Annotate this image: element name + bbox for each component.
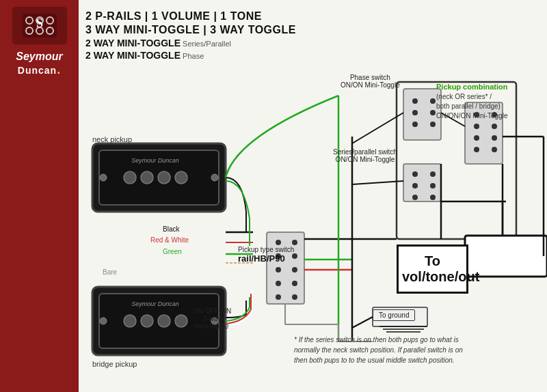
logo-brand: Seymour	[16, 50, 62, 63]
logo-surname-text: Duncan	[18, 65, 57, 76]
svg-point-50	[430, 195, 436, 200]
svg-point-46	[412, 183, 418, 188]
logo-surname: Duncan.	[18, 63, 61, 77]
footnote-line1: * If the series switch is on then both p…	[294, 335, 530, 345]
sp-label-text: Series/parallel switch	[333, 148, 397, 156]
pt-sub-text: rail/HB/P90	[238, 253, 294, 264]
svg-point-47	[412, 195, 418, 200]
green-wire-label: Green	[163, 248, 182, 255]
title-line3-sub: Series/Parallel	[181, 40, 231, 48]
svg-point-23	[100, 318, 107, 324]
black-wire-label: Black	[163, 225, 179, 233]
svg-point-14	[100, 174, 107, 181]
svg-text:Seymour Duncan: Seymour Duncan	[131, 300, 179, 307]
title-line3: 2 WAY MINI-TOGGLE Series/Parallel	[85, 38, 462, 48]
svg-point-38	[412, 98, 418, 104]
combo-sub3: ON/ON/ON Mini-Toggle	[436, 111, 508, 121]
svg-point-58	[492, 135, 497, 141]
svg-point-43	[430, 122, 436, 127]
pickup-combo-label: Pickup combination (neck OR series* / bo…	[436, 82, 508, 121]
sp-sub-text: ON/ON Mini-Toggle	[333, 156, 397, 163]
ground-label: To ground	[373, 309, 415, 321]
footnote: * If the series switch is on then both p…	[294, 335, 530, 365]
red-white-wire-label: Red & White	[150, 236, 189, 244]
title-area: 2 P-RAILS | 1 VOLUME | 1 TONE 3 WAY MINI…	[85, 10, 462, 61]
combo-sub1: (neck OR series* /	[436, 92, 508, 102]
title-line2: 3 WAY MINI-TOGGLE | 3 WAY TOGGLE	[85, 24, 462, 36]
logo-dot: .	[57, 63, 61, 76]
svg-point-49	[430, 183, 436, 188]
svg-line-67	[352, 113, 403, 143]
svg-rect-26	[267, 232, 304, 304]
svg-point-11	[141, 171, 153, 184]
phase-sub-text: ON/ON Mini-Toggle	[341, 81, 400, 89]
svg-line-68	[352, 181, 403, 184]
svg-point-27	[276, 240, 281, 245]
svg-point-12	[158, 171, 170, 184]
logo-brand-text: Seymour	[16, 51, 62, 62]
title-line4-bold: 2 WAY MINI-TOGGLE	[85, 50, 181, 61]
on-off-on-label: ON-OFF-ON 3-way mini-toggle	[188, 307, 236, 330]
svg-point-19	[124, 315, 136, 327]
on-off-label-text: ON-OFF-ON	[188, 307, 236, 315]
bare-wire-label: Bare	[103, 268, 117, 276]
bridge-pickup-label: bridge pickup	[92, 360, 137, 368]
svg-point-53	[474, 124, 479, 129]
svg-point-13	[175, 171, 187, 184]
svg-point-45	[412, 171, 418, 177]
title-line1: 2 P-RAILS | 1 VOLUME | 1 TONE	[85, 10, 462, 23]
svg-rect-9	[99, 150, 219, 205]
svg-point-57	[492, 124, 497, 129]
svg-point-30	[276, 281, 281, 286]
on-off-sub2: mini-toggle	[188, 322, 236, 330]
logo-panel: S Seymour Duncan.	[0, 0, 79, 392]
title-line4: 2 WAY MINI-TOGGLE Phase	[85, 50, 462, 61]
svg-point-15	[211, 174, 218, 181]
svg-point-55	[474, 147, 479, 152]
neck-pickup-label: neck pickup	[92, 135, 132, 143]
svg-point-20	[141, 315, 153, 327]
output-label: To vol/tone/out	[397, 244, 468, 294]
svg-point-35	[292, 281, 297, 286]
footnote-line3: then both pups to to the usual middle sw…	[294, 355, 530, 365]
svg-point-48	[430, 171, 436, 177]
svg-point-22	[175, 315, 187, 327]
svg-rect-8	[92, 143, 226, 212]
svg-point-36	[292, 294, 297, 300]
svg-point-39	[412, 110, 418, 115]
svg-point-54	[474, 135, 479, 141]
svg-text:S: S	[36, 16, 42, 30]
svg-point-59	[492, 147, 497, 152]
on-off-sub1: 3-way	[188, 315, 236, 322]
svg-text:Seymour Duncan: Seymour Duncan	[131, 157, 179, 164]
footnote-line2: normally the neck switch position. If pa…	[294, 345, 530, 355]
svg-point-40	[412, 122, 418, 127]
title-line4-sub: Phase	[181, 52, 204, 60]
title-line3-bold: 2 WAY MINI-TOGGLE	[85, 38, 181, 48]
svg-point-32	[292, 240, 297, 245]
series-parallel-label: Series/parallel switch ON/ON Mini-Toggle	[333, 148, 397, 163]
svg-point-29	[276, 267, 281, 272]
svg-point-10	[124, 171, 136, 184]
pt-label-text: Pickup type switch	[238, 246, 294, 253]
pickup-type-label: Pickup type switch rail/HB/P90	[238, 246, 294, 264]
svg-rect-37	[403, 89, 441, 140]
svg-point-34	[292, 267, 297, 272]
svg-point-41	[430, 98, 436, 104]
logo-icon: S	[12, 7, 67, 44]
svg-point-31	[276, 294, 281, 300]
svg-rect-44	[403, 164, 441, 201]
phase-label-text: Phase switch	[341, 74, 400, 81]
svg-point-21	[158, 315, 170, 327]
svg-line-73	[352, 317, 373, 328]
combo-sub2: both parallel / bridge)	[436, 102, 508, 111]
combo-label-text: Pickup combination	[436, 82, 508, 92]
phase-switch-label: Phase switch ON/ON Mini-Toggle	[341, 74, 400, 89]
svg-point-42	[430, 110, 436, 115]
